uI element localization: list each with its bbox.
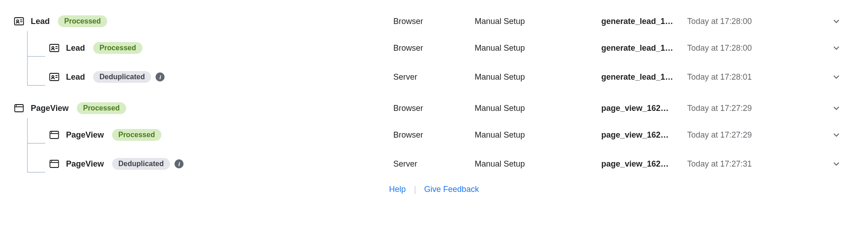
chevron-down-icon[interactable]	[831, 103, 841, 113]
event-id-cell: page_view_162…	[601, 130, 687, 140]
svg-rect-4	[50, 44, 59, 52]
event-cell: PageView Processed	[0, 102, 393, 114]
table-row[interactable]: PageView Processed Browser Manual Setup …	[0, 120, 868, 149]
status-badge: Processed	[112, 129, 161, 141]
source-cell: Browser	[393, 130, 475, 140]
time-cell: Today at 17:28:01	[687, 72, 823, 82]
source-cell: Server	[393, 159, 475, 169]
status-badge: Deduplicated	[112, 158, 170, 170]
svg-rect-8	[50, 73, 59, 81]
lead-icon	[49, 72, 60, 82]
time-cell: Today at 17:27:31	[687, 159, 823, 169]
table-row[interactable]: Lead Processed Browser Manual Setup gene…	[0, 33, 868, 62]
event-name: Lead	[66, 72, 85, 82]
chevron-down-icon[interactable]	[831, 72, 841, 82]
chevron-down-icon[interactable]	[831, 16, 841, 26]
method-cell: Manual Setup	[475, 72, 601, 82]
separator: |	[414, 185, 416, 194]
chevron-down-icon[interactable]	[831, 159, 841, 169]
expand-cell[interactable]	[823, 159, 850, 169]
expand-cell[interactable]	[823, 16, 850, 26]
event-cell: Lead Processed	[0, 15, 393, 27]
table-row[interactable]: Lead Deduplicated i Server Manual Setup …	[0, 62, 868, 91]
source-cell: Browser	[393, 43, 475, 53]
pageview-icon	[49, 158, 60, 169]
info-icon[interactable]: i	[175, 159, 184, 168]
svg-point-9	[52, 76, 54, 77]
events-table: Lead Processed Browser Manual Setup gene…	[0, 0, 868, 178]
help-link[interactable]: Help	[389, 185, 406, 194]
expand-cell[interactable]	[823, 103, 850, 113]
method-cell: Manual Setup	[475, 130, 601, 140]
expand-cell[interactable]	[823, 130, 850, 140]
method-cell: Manual Setup	[475, 43, 601, 53]
svg-point-5	[52, 47, 54, 48]
time-cell: Today at 17:28:00	[687, 17, 823, 26]
source-cell: Browser	[393, 17, 475, 26]
pageview-icon	[49, 129, 60, 140]
source-cell: Server	[393, 72, 475, 82]
chevron-down-icon[interactable]	[831, 43, 841, 53]
info-icon[interactable]: i	[156, 72, 165, 81]
event-id-cell: page_view_162…	[601, 159, 687, 169]
event-cell: PageView Deduplicated i	[0, 158, 393, 170]
expand-cell[interactable]	[823, 72, 850, 82]
event-cell: Lead Deduplicated i	[0, 71, 393, 83]
time-cell: Today at 17:28:00	[687, 43, 823, 53]
method-cell: Manual Setup	[475, 17, 601, 26]
give-feedback-link[interactable]: Give Feedback	[424, 185, 479, 194]
method-cell: Manual Setup	[475, 159, 601, 169]
event-cell: Lead Processed	[0, 42, 393, 54]
tree-line	[27, 135, 45, 172]
status-badge: Processed	[58, 15, 107, 27]
event-name: Lead	[31, 17, 50, 26]
footer: Help | Give Feedback	[0, 178, 868, 202]
time-cell: Today at 17:27:29	[687, 104, 823, 113]
event-name: PageView	[31, 104, 69, 113]
svg-rect-0	[14, 18, 24, 25]
time-cell: Today at 17:27:29	[687, 130, 823, 140]
event-name: Lead	[66, 43, 85, 53]
event-id-cell: generate_lead_1…	[601, 43, 687, 53]
lead-icon	[49, 43, 60, 53]
status-badge: Processed	[93, 42, 142, 54]
status-badge: Processed	[77, 102, 126, 114]
status-badge: Deduplicated	[93, 71, 151, 83]
chevron-down-icon[interactable]	[831, 130, 841, 140]
event-name: PageView	[66, 159, 104, 169]
table-row[interactable]: Lead Processed Browser Manual Setup gene…	[0, 5, 868, 33]
pageview-icon	[14, 103, 24, 114]
table-row[interactable]: PageView Processed Browser Manual Setup …	[0, 91, 868, 120]
event-id-cell: generate_lead_1…	[601, 17, 687, 26]
tree-line	[27, 48, 45, 86]
event-id-cell: generate_lead_1…	[601, 72, 687, 82]
expand-cell[interactable]	[823, 43, 850, 53]
event-name: PageView	[66, 130, 104, 140]
event-id-cell: page_view_162…	[601, 104, 687, 113]
lead-icon	[14, 16, 24, 27]
svg-point-1	[17, 20, 19, 22]
method-cell: Manual Setup	[475, 104, 601, 113]
table-row[interactable]: PageView Deduplicated i Server Manual Se…	[0, 149, 868, 178]
event-cell: PageView Processed	[0, 129, 393, 141]
source-cell: Browser	[393, 104, 475, 113]
